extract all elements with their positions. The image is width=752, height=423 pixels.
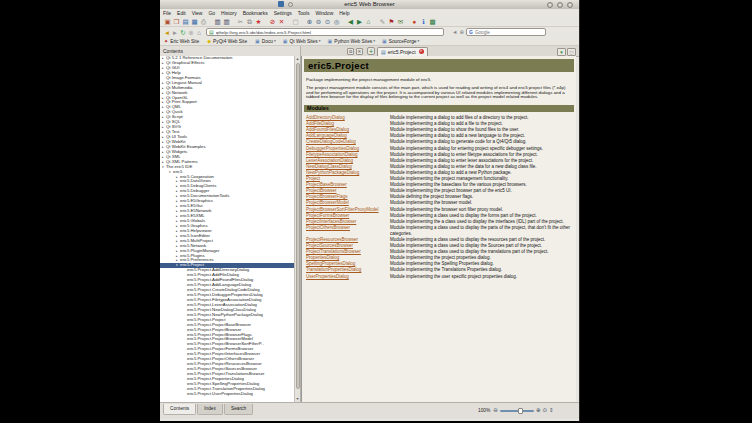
close-button[interactable] xyxy=(567,2,573,8)
print-icon[interactable]: ⎙ xyxy=(199,17,208,26)
tab-list-icon[interactable]: ▼ xyxy=(557,48,566,56)
main-toolbar: ▣❐▤▦⎙▥▥✂⧉★⊘✕▢⊕⊖⊙◎◀▶⌂✎⚑✉●ℹ▩ xyxy=(160,17,579,27)
bookmark-icon: ▣ xyxy=(327,38,332,44)
search-input[interactable] xyxy=(475,30,543,35)
menu-item[interactable]: Tools xyxy=(298,9,310,17)
tab-label: eric5.Project xyxy=(388,49,416,55)
mail-icon[interactable]: ✉ xyxy=(396,17,405,26)
UserPropertiesDialog: UserPropertiesDialog Module implementing… xyxy=(306,274,572,280)
bookmark-folder-qt-web-sites[interactable]: ▣ Qt Web Sites ▾ xyxy=(283,38,321,44)
menu-item[interactable]: Go xyxy=(208,9,215,17)
zoom-slider[interactable] xyxy=(500,407,534,414)
bookmark-pyqt4-web-site[interactable]: ◆ PyQt4 Web Site xyxy=(207,38,248,44)
menu-item[interactable]: History xyxy=(221,9,237,17)
minimize-button[interactable] xyxy=(547,2,553,8)
menu-item[interactable]: Window xyxy=(315,9,333,17)
back-icon[interactable]: ◀ xyxy=(346,17,355,26)
home-icon[interactable]: ⌂ xyxy=(364,17,373,26)
sidebar-tab[interactable]: Search xyxy=(224,404,253,415)
zoom-reset-icon[interactable]: ⊙ xyxy=(543,407,548,414)
browser-window: eric5 Web Browser FileEditViewGoHistoryB… xyxy=(160,0,580,421)
bookmark-dropdown-icon: ▾ xyxy=(319,39,321,43)
main-area: ▸ Qt 5.2.1 Reference Documentation ▸ Qt … xyxy=(160,56,579,402)
maximize-button[interactable] xyxy=(557,2,563,8)
sidebar-tab-bar: ContentsIndexSearch xyxy=(163,404,254,415)
flag-icon[interactable]: ⚑ xyxy=(387,17,396,26)
new-tab-button[interactable]: + xyxy=(367,47,375,55)
zoom-out-icon[interactable]: ⊖ xyxy=(314,17,323,26)
tree-item[interactable]: eric5.Project.UserPropertiesDialog xyxy=(160,392,294,397)
search-engine-icon[interactable]: G xyxy=(469,29,473,35)
star-icon[interactable]: ★ xyxy=(254,17,263,26)
tab-favicon: ▤ xyxy=(381,49,386,55)
desktop: { "colors": {"accent_olive":"#7C7C52","l… xyxy=(0,0,752,423)
bookmark-eric-web-site[interactable]: ✦ Eric Web Site xyxy=(164,38,200,44)
sidebar-scrollbar[interactable]: ▲ ▼ xyxy=(294,56,300,402)
dock-title: Contents xyxy=(160,46,300,56)
menu-item[interactable]: Settings xyxy=(274,9,292,17)
edit-icon[interactable]: ✎ xyxy=(378,17,387,26)
menu-item[interactable]: View xyxy=(192,9,203,17)
menu-item[interactable]: Edit xyxy=(177,9,186,17)
module-description: Module implementing a class used to disp… xyxy=(390,225,572,237)
save-icon[interactable]: ▦ xyxy=(190,17,199,26)
bookmark-folder-python-web-sites[interactable]: ▣ Python Web Sites ▾ xyxy=(327,38,375,44)
tab-corner-icon[interactable]: ▢ xyxy=(567,48,576,56)
scrollbar-thumb[interactable] xyxy=(296,63,300,389)
menu-item[interactable]: Bookmarks xyxy=(243,9,268,17)
bookmark-icon: ✦ xyxy=(164,38,168,44)
zoom-in-icon[interactable]: ⊕ xyxy=(305,17,314,26)
sidebar-tab[interactable]: Contents xyxy=(163,404,196,415)
tab-close-icon[interactable]: ✕ xyxy=(419,49,424,54)
info-icon[interactable]: ℹ xyxy=(419,17,428,26)
url-input[interactable] xyxy=(216,30,441,35)
bookmarks-icon[interactable]: ▥ xyxy=(213,17,222,26)
feed-icon[interactable]: ● xyxy=(410,17,419,26)
dock-header[interactable]: Contents xyxy=(160,46,301,56)
new-tab-icon[interactable]: ▣ xyxy=(163,17,172,26)
zoom-slider-handle[interactable] xyxy=(518,408,523,414)
page-title: eric5.Project xyxy=(304,59,574,72)
bookmarks-menu-icon[interactable]: ▥ xyxy=(222,17,231,26)
menu-item[interactable]: File xyxy=(163,9,171,17)
search-bar[interactable]: G xyxy=(466,28,546,36)
nav-home-icon[interactable]: ⌂ xyxy=(195,28,203,37)
search-add-engine-icon[interactable]: ⊕ xyxy=(459,29,464,35)
stop-load-icon[interactable]: ⊘ xyxy=(268,17,277,26)
copy-icon[interactable]: ⧉ xyxy=(245,17,254,26)
zoom-in-icon[interactable]: ⊕ xyxy=(536,407,541,414)
bookmark-icon: ◆ xyxy=(207,38,211,44)
nav-back-icon[interactable]: ◄ xyxy=(163,28,171,37)
page-source-icon[interactable]: ▢ xyxy=(291,17,300,26)
bookmark-folder-docu[interactable]: ▣ Docu ▾ xyxy=(255,38,276,44)
help-content: eric5.Project Package implementing the p… xyxy=(301,56,576,402)
ProjectOthersBrowser: ProjectOthersBrowser Module implementing… xyxy=(306,225,572,237)
module-link[interactable]: ProjectOthersBrowser xyxy=(306,225,390,237)
nav-forward-icon[interactable]: ► xyxy=(171,28,179,37)
open-file-icon[interactable]: ▤ xyxy=(181,17,190,26)
settings-icon[interactable]: ▩ xyxy=(428,17,437,26)
nav-stop-icon[interactable]: ⊗ xyxy=(187,28,195,37)
sidebar-tab[interactable]: Index xyxy=(197,404,223,415)
forward-icon[interactable]: ▶ xyxy=(355,17,364,26)
module-link[interactable]: UserPropertiesDialog xyxy=(306,274,390,280)
find-icon[interactable]: ◎ xyxy=(332,17,341,26)
tab-eric5-project[interactable]: ▤ eric5.Project ✕ xyxy=(377,47,428,57)
zoom-step-icon[interactable]: ⇕ xyxy=(549,407,554,414)
search-prev-icon[interactable]: ◄ xyxy=(452,29,457,35)
menu-item[interactable]: Help xyxy=(339,9,349,17)
dock-float-icon[interactable]: ⧉ xyxy=(347,48,354,55)
scroll-up-icon[interactable]: ▲ xyxy=(295,56,300,62)
nav-reload-icon[interactable]: ↻ xyxy=(179,28,187,37)
module-description: Module implementing the user specific pr… xyxy=(390,274,572,280)
zoom-reset-icon[interactable]: ⊙ xyxy=(323,17,332,26)
new-window-icon[interactable]: ❐ xyxy=(172,17,181,26)
menubar: FileEditViewGoHistoryBookmarksSettingsTo… xyxy=(160,9,579,17)
close-page-icon[interactable]: ✕ xyxy=(277,17,286,26)
bookmark-folder-sourceforge[interactable]: ▣ SourceForge ▾ xyxy=(382,38,419,44)
cut-icon[interactable]: ✂ xyxy=(236,17,245,26)
dock-close-icon[interactable]: ✕ xyxy=(356,48,363,55)
url-bar[interactable]: ▤ xyxy=(206,28,444,36)
zoom-level: 100% xyxy=(478,408,490,413)
zoom-out-icon[interactable]: ⊖ xyxy=(493,407,498,414)
